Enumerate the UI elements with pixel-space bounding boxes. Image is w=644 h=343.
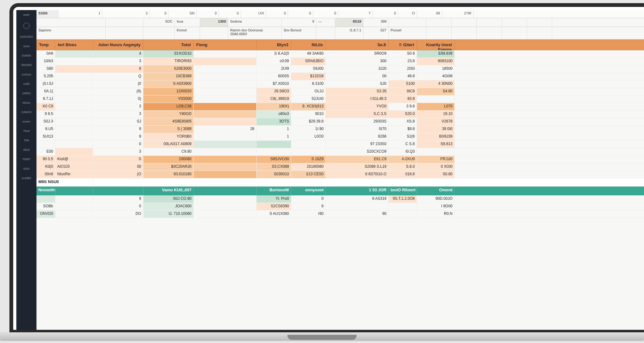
cell[interactable]: S3.CX089 — [257, 163, 291, 171]
cell[interactable]: $29.39.8 — [291, 118, 326, 125]
table-row[interactable]: ONVl20DOIJ. 710.10060S AU1X080r9090R0.N — [36, 210, 644, 218]
cell[interactable]: SJ0 — [326, 80, 389, 88]
info-cell[interactable] — [502, 27, 527, 39]
cell[interactable] — [194, 210, 257, 218]
info-cell[interactable]: — — [316, 18, 335, 27]
cell[interactable]: 00 — [326, 73, 389, 80]
column-header[interactable]: Koartly Uorel Eypros — [417, 40, 455, 50]
cell[interactable] — [55, 95, 93, 103]
cell[interactable]: 3 9.8 — [389, 103, 417, 110]
cell[interactable]: 9 — [93, 126, 143, 133]
cell[interactable] — [55, 65, 93, 73]
cell[interactable] — [417, 95, 455, 103]
cell[interactable]: c0:09 — [257, 58, 291, 65]
cell[interactable]: Y80GD — [143, 111, 194, 118]
ruler-cell[interactable]: 09 — [417, 10, 442, 18]
cell[interactable]: 18500 — [417, 65, 455, 73]
table-row[interactable]: 0A.1((6)12X003329.S8O3OL3JS3.358IC8S4.80 — [36, 88, 644, 95]
sidebar-item[interactable]: Dot000 — [16, 51, 36, 60]
cell[interactable] — [194, 111, 257, 118]
info-cell[interactable]: Sapmno — [36, 27, 106, 39]
ruler-cell[interactable]: S30I8 — [36, 10, 58, 18]
cell[interactable]: S AU1X080 — [257, 210, 291, 218]
cell[interactable]: 5.205 — [36, 73, 55, 80]
cell[interactable]: E00 — [36, 148, 55, 155]
sidebar-item[interactable]: co00 — [16, 79, 36, 89]
cell[interactable]: FR.0J0 — [417, 156, 455, 163]
cell[interactable]: 8 AS319 — [326, 195, 389, 203]
table-row[interactable]: E003C9.80S20CXCO9I0.Q3 — [36, 148, 644, 156]
table-row[interactable]: 000LAl317.A080997 233S0C S.8S9.813 — [36, 141, 644, 148]
ruler-cell[interactable]: 0 — [219, 10, 241, 18]
cell[interactable]: 49.8 — [389, 73, 417, 80]
table-row[interactable]: 9.7.1J0)Y03S00C8(..8991952JUI0I:S1L46:38… — [36, 95, 644, 103]
cell[interactable]: 60/8J39 — [417, 133, 455, 140]
cell[interactable] — [194, 88, 257, 95]
cell[interactable]: Y03S00 — [143, 95, 194, 103]
cell[interactable] — [55, 50, 93, 57]
cell[interactable]: 9.7.1J — [36, 95, 55, 103]
column-header[interactable]: Fiong — [194, 40, 257, 50]
cell[interactable] — [55, 148, 93, 155]
info-cell[interactable] — [389, 18, 426, 27]
cell[interactable] — [55, 118, 93, 125]
cell[interactable]: S2CS8390 — [257, 203, 291, 210]
column-header[interactable]: Adon Nuozs Aegmpty — [93, 40, 143, 50]
sidebar-item[interactable]: vEooo — [16, 98, 36, 107]
cell[interactable]: S0J CO.90 — [143, 195, 194, 203]
ruler-cell[interactable]: 5Kl — [169, 10, 197, 18]
cell[interactable] — [55, 126, 93, 133]
table-row[interactable]: SUt139YOR0B01L0O08266S2(860/8J39 — [36, 133, 644, 141]
cell[interactable]: S4.80 — [417, 88, 455, 95]
cell[interactable]: ONVl20 — [36, 210, 55, 218]
cell[interactable]: 00LAl317.A0809 — [143, 141, 194, 148]
cell[interactable]: S2(8 — [389, 133, 417, 140]
table-row[interactable]: 5.205Q10CB389600S5$132G80049.84G0I8 — [36, 73, 644, 80]
ruler-cell[interactable]: T — [338, 10, 373, 18]
cell[interactable] — [194, 148, 257, 155]
sidebar-item[interactable]: ooonn — [16, 117, 36, 126]
cell[interactable]: S80 — [36, 65, 55, 73]
cell[interactable]: 4S9E8S8I5 — [143, 118, 194, 125]
cell[interactable] — [55, 111, 93, 118]
sidebar-item[interactable]: 70N — [16, 136, 36, 145]
cell[interactable]: 9010 — [291, 111, 326, 118]
ruler-cell[interactable]: 0 — [266, 10, 288, 18]
cell[interactable]: TIRORI93 — [143, 58, 194, 65]
cell[interactable]: r90 — [291, 210, 326, 218]
cell[interactable]: 8266 — [326, 133, 389, 140]
cell[interactable]: 9S.T.1.2.0O8 — [389, 195, 417, 203]
info-cell[interactable]: Ious — [175, 18, 200, 27]
cell[interactable]: 3 — [93, 148, 143, 155]
column-header[interactable]: Totol — [143, 40, 194, 50]
cell[interactable] — [194, 156, 257, 163]
cell[interactable]: 2UI9 — [257, 65, 291, 73]
cell[interactable]: SI70 — [326, 126, 389, 133]
cell[interactable] — [194, 195, 257, 203]
cell[interactable]: (0 — [93, 80, 143, 88]
sidebar-item[interactable]: cooooo — [16, 70, 36, 79]
cell[interactable]: SOBb — [36, 203, 55, 210]
sidebar-item[interactable]: uooo — [16, 41, 36, 51]
table-row[interactable]: 00n9NIooRe:(O83.010180S030010£13 CES08 6… — [36, 171, 644, 178]
info-cell[interactable] — [527, 18, 552, 27]
cell[interactable]: S0 8 — [389, 50, 417, 57]
ruler-cell[interactable]: 1 — [58, 10, 103, 18]
info-cell[interactable]: Sodnns — [228, 18, 282, 27]
cell[interactable]: 0) — [93, 95, 143, 103]
info-cell[interactable]: I1.8.7.1 — [335, 27, 364, 39]
cell[interactable] — [194, 133, 257, 140]
cell[interactable]: IJ. 710.10060 — [143, 210, 194, 218]
cell[interactable] — [194, 203, 257, 210]
table-row[interactable]: K0(0AIC0J300$3C20ARJ0S3.CX08920185560S20… — [36, 163, 644, 171]
cell[interactable]: 8 6S70I10.O — [326, 171, 389, 178]
data-grid[interactable]: 0A9433:KOD10S 8.A2(049 3AK60SR0O9S0 8E89… — [36, 50, 644, 330]
table-row[interactable]: 9 8.53Y80GDo80o39010S,C.3,SS20.019.10 — [36, 111, 644, 118]
cell[interactable] — [194, 118, 257, 125]
ruler-cell[interactable]: 0 — [373, 10, 398, 18]
cell[interactable]: 3 — [93, 103, 143, 110]
cell[interactable]: OL3J — [291, 88, 326, 95]
cell[interactable]: C9.80 — [143, 148, 194, 155]
cell[interactable] — [55, 210, 93, 218]
cell[interactable]: 018.8 — [389, 171, 417, 178]
